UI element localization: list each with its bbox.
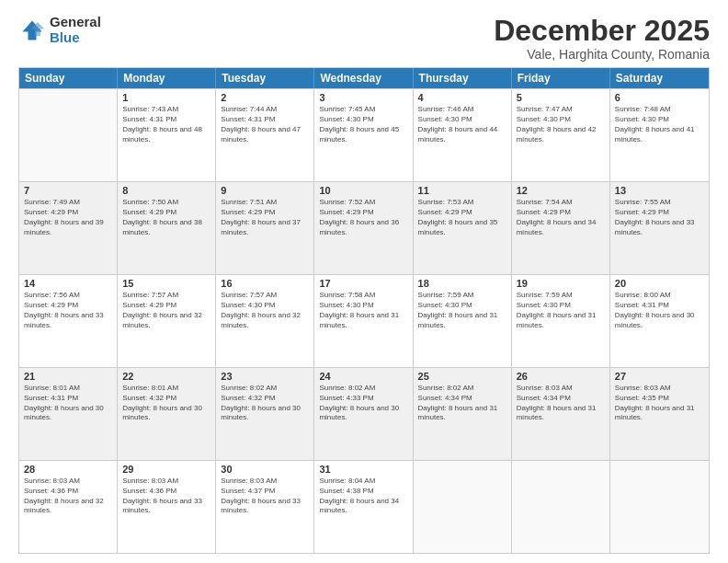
day-info: Sunrise: 7:58 AMSunset: 4:30 PMDaylight:…	[319, 291, 407, 330]
day-cell-1: 1Sunrise: 7:43 AMSunset: 4:31 PMDaylight…	[118, 89, 216, 181]
header-day-wednesday: Wednesday	[314, 68, 413, 88]
empty-cell	[610, 461, 709, 553]
day-cell-31: 31Sunrise: 8:04 AMSunset: 4:38 PMDayligh…	[314, 461, 413, 553]
day-number: 27	[615, 371, 704, 382]
day-info: Sunrise: 7:54 AMSunset: 4:29 PMDaylight:…	[517, 198, 605, 237]
day-info: Sunrise: 7:53 AMSunset: 4:29 PMDaylight:…	[418, 198, 506, 237]
day-cell-5: 5Sunrise: 7:47 AMSunset: 4:30 PMDaylight…	[512, 89, 610, 181]
day-info: Sunrise: 7:56 AMSunset: 4:29 PMDaylight:…	[24, 291, 112, 330]
calendar-week-1: 1Sunrise: 7:43 AMSunset: 4:31 PMDaylight…	[19, 88, 709, 181]
day-number: 14	[24, 278, 112, 289]
day-cell-7: 7Sunrise: 7:49 AMSunset: 4:29 PMDaylight…	[19, 182, 118, 274]
empty-cell	[414, 461, 512, 553]
day-info: Sunrise: 8:03 AMSunset: 4:36 PMDaylight:…	[24, 477, 112, 516]
day-info: Sunrise: 7:43 AMSunset: 4:31 PMDaylight:…	[122, 105, 210, 144]
day-cell-23: 23Sunrise: 8:02 AMSunset: 4:32 PMDayligh…	[216, 368, 314, 460]
day-number: 13	[615, 185, 704, 196]
day-number: 22	[122, 371, 210, 382]
day-info: Sunrise: 7:46 AMSunset: 4:30 PMDaylight:…	[418, 105, 506, 144]
day-cell-9: 9Sunrise: 7:51 AMSunset: 4:29 PMDaylight…	[216, 182, 314, 274]
day-number: 5	[517, 92, 605, 103]
day-number: 29	[122, 464, 210, 475]
day-info: Sunrise: 7:50 AMSunset: 4:29 PMDaylight:…	[122, 198, 210, 237]
day-number: 23	[221, 371, 309, 382]
day-number: 9	[221, 185, 309, 196]
day-cell-6: 6Sunrise: 7:48 AMSunset: 4:30 PMDaylight…	[610, 89, 709, 181]
day-info: Sunrise: 8:03 AMSunset: 4:34 PMDaylight:…	[517, 384, 605, 423]
day-cell-4: 4Sunrise: 7:46 AMSunset: 4:30 PMDaylight…	[414, 89, 512, 181]
logo-icon	[18, 17, 46, 44]
day-info: Sunrise: 7:52 AMSunset: 4:29 PMDaylight:…	[319, 198, 407, 237]
header-day-friday: Friday	[512, 68, 610, 88]
day-number: 21	[24, 371, 112, 382]
header-day-monday: Monday	[118, 68, 216, 88]
day-number: 19	[517, 278, 605, 289]
day-number: 20	[615, 278, 704, 289]
day-cell-25: 25Sunrise: 8:02 AMSunset: 4:34 PMDayligh…	[414, 368, 512, 460]
day-cell-24: 24Sunrise: 8:02 AMSunset: 4:33 PMDayligh…	[314, 368, 413, 460]
day-cell-13: 13Sunrise: 7:55 AMSunset: 4:29 PMDayligh…	[610, 182, 709, 274]
day-info: Sunrise: 7:51 AMSunset: 4:29 PMDaylight:…	[221, 198, 309, 237]
day-cell-17: 17Sunrise: 7:58 AMSunset: 4:30 PMDayligh…	[314, 275, 413, 367]
day-info: Sunrise: 7:47 AMSunset: 4:30 PMDaylight:…	[517, 105, 605, 144]
header-day-sunday: Sunday	[19, 68, 118, 88]
header-day-saturday: Saturday	[610, 68, 709, 88]
day-info: Sunrise: 7:59 AMSunset: 4:30 PMDaylight:…	[517, 291, 605, 330]
day-info: Sunrise: 8:03 AMSunset: 4:35 PMDaylight:…	[615, 384, 704, 423]
day-cell-18: 18Sunrise: 7:59 AMSunset: 4:30 PMDayligh…	[414, 275, 512, 367]
day-cell-10: 10Sunrise: 7:52 AMSunset: 4:29 PMDayligh…	[314, 182, 413, 274]
day-cell-20: 20Sunrise: 8:00 AMSunset: 4:31 PMDayligh…	[610, 275, 709, 367]
day-cell-28: 28Sunrise: 8:03 AMSunset: 4:36 PMDayligh…	[19, 461, 118, 553]
day-info: Sunrise: 7:45 AMSunset: 4:30 PMDaylight:…	[319, 105, 407, 144]
day-info: Sunrise: 7:57 AMSunset: 4:29 PMDaylight:…	[122, 291, 210, 330]
calendar: SundayMondayTuesdayWednesdayThursdayFrid…	[18, 67, 710, 554]
day-number: 6	[615, 92, 704, 103]
day-number: 4	[418, 92, 506, 103]
day-cell-11: 11Sunrise: 7:53 AMSunset: 4:29 PMDayligh…	[414, 182, 512, 274]
day-number: 2	[221, 92, 309, 103]
calendar-week-5: 28Sunrise: 8:03 AMSunset: 4:36 PMDayligh…	[19, 460, 709, 553]
day-number: 7	[24, 185, 112, 196]
header-day-tuesday: Tuesday	[216, 68, 314, 88]
title-block: December 2025 Vale, Harghita County, Rom…	[494, 15, 710, 62]
day-cell-15: 15Sunrise: 7:57 AMSunset: 4:29 PMDayligh…	[118, 275, 216, 367]
day-cell-2: 2Sunrise: 7:44 AMSunset: 4:31 PMDaylight…	[216, 89, 314, 181]
day-number: 10	[319, 185, 407, 196]
day-cell-30: 30Sunrise: 8:03 AMSunset: 4:37 PMDayligh…	[216, 461, 314, 553]
day-number: 15	[122, 278, 210, 289]
day-info: Sunrise: 8:02 AMSunset: 4:33 PMDaylight:…	[319, 384, 407, 423]
day-number: 31	[319, 464, 407, 475]
day-number: 28	[24, 464, 112, 475]
day-number: 1	[122, 92, 210, 103]
day-info: Sunrise: 8:03 AMSunset: 4:36 PMDaylight:…	[122, 477, 210, 516]
day-info: Sunrise: 8:02 AMSunset: 4:32 PMDaylight:…	[221, 384, 309, 423]
day-info: Sunrise: 7:49 AMSunset: 4:29 PMDaylight:…	[24, 198, 112, 237]
day-cell-3: 3Sunrise: 7:45 AMSunset: 4:30 PMDaylight…	[314, 89, 413, 181]
calendar-week-3: 14Sunrise: 7:56 AMSunset: 4:29 PMDayligh…	[19, 274, 709, 367]
day-info: Sunrise: 8:01 AMSunset: 4:32 PMDaylight:…	[122, 384, 210, 423]
calendar-header: SundayMondayTuesdayWednesdayThursdayFrid…	[19, 68, 709, 88]
day-cell-26: 26Sunrise: 8:03 AMSunset: 4:34 PMDayligh…	[512, 368, 610, 460]
day-info: Sunrise: 8:03 AMSunset: 4:37 PMDaylight:…	[221, 477, 309, 516]
empty-cell	[19, 89, 118, 181]
logo-text: General Blue	[50, 15, 101, 45]
logo: General Blue	[18, 15, 101, 45]
day-cell-22: 22Sunrise: 8:01 AMSunset: 4:32 PMDayligh…	[118, 368, 216, 460]
calendar-week-2: 7Sunrise: 7:49 AMSunset: 4:29 PMDaylight…	[19, 181, 709, 274]
header: General Blue December 2025 Vale, Harghit…	[18, 15, 710, 62]
day-number: 18	[418, 278, 506, 289]
day-number: 11	[418, 185, 506, 196]
day-info: Sunrise: 8:04 AMSunset: 4:38 PMDaylight:…	[319, 477, 407, 516]
day-number: 12	[517, 185, 605, 196]
day-cell-21: 21Sunrise: 8:01 AMSunset: 4:31 PMDayligh…	[19, 368, 118, 460]
day-number: 30	[221, 464, 309, 475]
page: General Blue December 2025 Vale, Harghit…	[0, 0, 728, 563]
day-info: Sunrise: 7:55 AMSunset: 4:29 PMDaylight:…	[615, 198, 704, 237]
day-info: Sunrise: 7:44 AMSunset: 4:31 PMDaylight:…	[221, 105, 309, 144]
empty-cell	[512, 461, 610, 553]
month-title: December 2025	[494, 15, 710, 47]
day-number: 24	[319, 371, 407, 382]
day-number: 16	[221, 278, 309, 289]
header-day-thursday: Thursday	[414, 68, 512, 88]
day-info: Sunrise: 7:48 AMSunset: 4:30 PMDaylight:…	[615, 105, 704, 144]
